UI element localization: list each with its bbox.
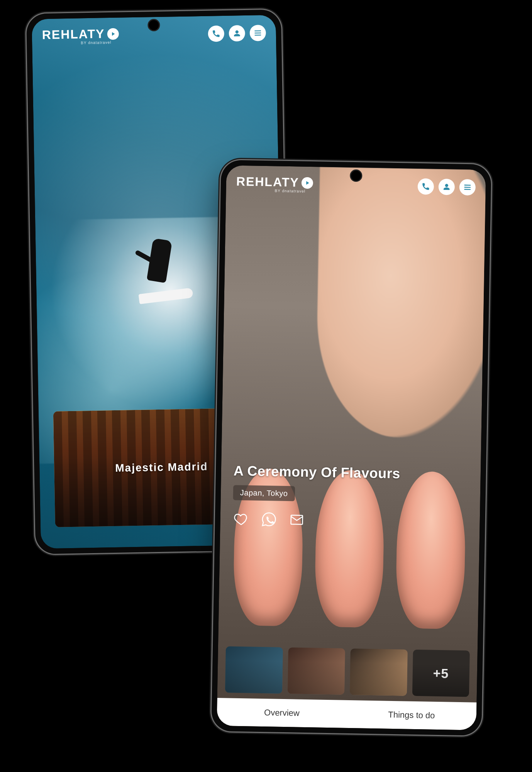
favorite-button[interactable] bbox=[232, 510, 250, 527]
call-button[interactable] bbox=[417, 178, 434, 195]
brand-name: REHLATY bbox=[236, 174, 299, 190]
gallery-thumb-more[interactable]: +5 bbox=[412, 650, 470, 697]
play-icon bbox=[301, 177, 313, 189]
device-front: REHLATY BY dnatatravel bbox=[211, 160, 491, 736]
svg-rect-0 bbox=[291, 515, 303, 524]
screen-front: REHLATY BY dnatatravel bbox=[217, 165, 486, 730]
gallery-thumb-3[interactable] bbox=[350, 648, 408, 696]
email-share-button[interactable] bbox=[288, 511, 305, 528]
gallery-thumbnails: +5 bbox=[225, 646, 470, 697]
hand-sprinkling bbox=[315, 167, 486, 439]
gallery-more-count: +5 bbox=[433, 665, 449, 681]
brand-tagline: BY dnatatravel bbox=[236, 188, 306, 193]
account-button[interactable] bbox=[229, 25, 245, 42]
bottom-tab-bar: Overview Things to do bbox=[217, 698, 476, 730]
whatsapp-share-button[interactable] bbox=[260, 510, 278, 528]
tab-things-to-do[interactable]: Things to do bbox=[347, 709, 476, 721]
brand-block[interactable]: REHLATY BY dnatatravel bbox=[42, 27, 119, 46]
surfer-figure bbox=[138, 239, 186, 301]
brand-tagline: BY dnatatravel bbox=[42, 40, 112, 46]
brand-block[interactable]: REHLATY BY dnatatravel bbox=[236, 174, 313, 193]
location-chip[interactable]: Japan, Tokyo bbox=[233, 485, 295, 501]
promo-title: Majestic Madrid bbox=[115, 460, 208, 474]
brand-name: REHLATY bbox=[42, 27, 105, 42]
menu-button[interactable] bbox=[459, 179, 476, 196]
tab-overview[interactable]: Overview bbox=[217, 707, 347, 719]
menu-button[interactable] bbox=[249, 25, 266, 41]
account-button[interactable] bbox=[438, 179, 455, 195]
call-button[interactable] bbox=[208, 25, 224, 42]
gallery-thumb-2[interactable] bbox=[287, 647, 345, 695]
gallery-thumb-1[interactable] bbox=[225, 646, 283, 694]
play-icon bbox=[107, 28, 119, 40]
